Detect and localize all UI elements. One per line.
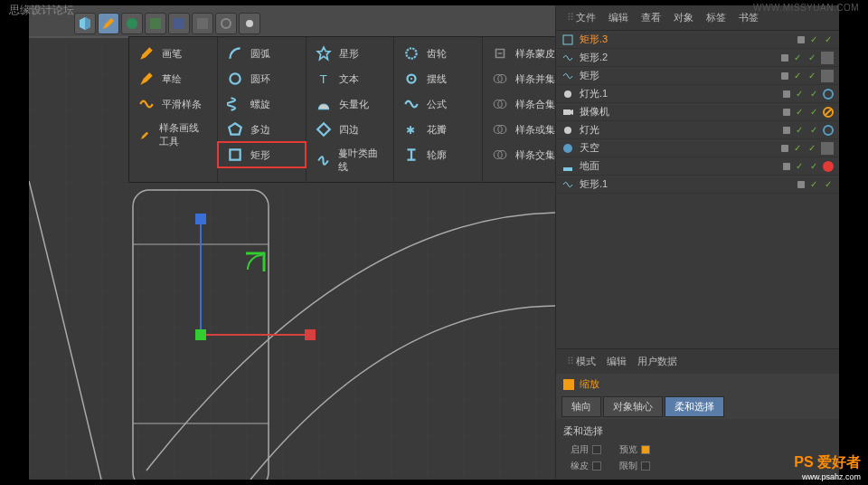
attr-tab-userdata[interactable]: 用户数据: [632, 353, 683, 370]
origin-handle[interactable]: [195, 329, 206, 340]
target-tag[interactable]: [823, 89, 834, 100]
camera-tool-button[interactable]: [215, 13, 237, 34]
dropdown-4side[interactable]: 四边: [307, 117, 394, 142]
profile-icon: [403, 147, 420, 163]
attr-field-limit[interactable]: 限制: [619, 460, 650, 472]
attr-field-enable[interactable]: 启用: [571, 443, 601, 456]
attr-tab-edit[interactable]: 编辑: [601, 353, 632, 370]
light-tool-button[interactable]: [239, 13, 260, 34]
obj-row-light[interactable]: 灯光✓✓: [556, 121, 839, 139]
obj-row-camera[interactable]: 摄像机✓✓: [556, 103, 839, 121]
checkbox[interactable]: [641, 445, 650, 454]
vectorize-icon: [316, 96, 332, 112]
obj-row-rect1[interactable]: 矩形.1✓✓: [556, 176, 839, 194]
dropdown-cog[interactable]: 齿轮: [394, 41, 482, 66]
spline-icon: [561, 52, 574, 64]
dropdown-smooth[interactable]: 平滑样条: [129, 91, 217, 117]
dropdown-sketch[interactable]: 草绘: [129, 66, 217, 91]
dropdown-star[interactable]: 星形: [307, 41, 394, 66]
obj-tab-tags[interactable]: 标签: [701, 9, 731, 26]
obj-row-sky[interactable]: 天空✓✓: [556, 139, 839, 157]
cissoid-icon: [316, 152, 331, 168]
obj-tab-object[interactable]: 对象: [668, 9, 699, 26]
dropdown-rectangle[interactable]: 矩形: [218, 142, 306, 167]
dropdown-cissoid[interactable]: 蔓叶类曲线: [307, 142, 394, 178]
dropdown-profile[interactable]: 轮廓: [394, 142, 482, 167]
dropdown-flower[interactable]: ✱花瓣: [394, 117, 482, 142]
checkbox[interactable]: [592, 445, 601, 454]
render-check[interactable]: ✓: [823, 34, 834, 45]
pen-tool-button[interactable]: [98, 13, 119, 34]
svg-point-28: [564, 127, 571, 134]
attr-field-rubber[interactable]: 橡皮: [571, 460, 601, 472]
enable-check[interactable]: ✓: [808, 34, 819, 45]
svg-marker-8: [229, 123, 241, 134]
material-tag[interactable]: [823, 161, 834, 172]
texture-tag[interactable]: [821, 70, 834, 82]
vis-dot[interactable]: [797, 36, 805, 43]
union-icon: [492, 71, 508, 87]
dropdown-circle[interactable]: 圆环: [218, 66, 306, 91]
svg-point-5: [246, 20, 253, 27]
dropdown-text[interactable]: T文本: [307, 66, 394, 91]
vis-dot[interactable]: [781, 54, 788, 62]
attr-tab-axis[interactable]: 轴向: [561, 396, 601, 417]
svg-rect-25: [563, 35, 572, 44]
spline-icon: [561, 178, 574, 191]
svg-point-4: [222, 19, 231, 28]
dropdown-ngon[interactable]: 多边: [218, 117, 306, 142]
dropdown-col-1: 画笔 草绘 平滑样条 样条画线工具: [129, 37, 218, 182]
object-manager-panel: ⠿文件 编辑 查看 对象 标签 书签 矩形.3✓✓ 矩形.2✓✓ 矩形✓✓ 灯光…: [555, 5, 839, 480]
camera-icon: [219, 16, 233, 31]
dropdown-formula[interactable]: 公式: [394, 91, 482, 117]
dropdown-arc[interactable]: 圆弧: [218, 41, 306, 66]
generator-icon: [148, 16, 163, 31]
obj-row-rect2[interactable]: 矩形.2✓✓: [556, 49, 839, 67]
attr-header: ⠿模式 编辑 用户数据: [556, 349, 839, 374]
svg-rect-3: [197, 18, 208, 29]
dropdown-spline-pen[interactable]: 样条画线工具: [129, 117, 217, 153]
deformer-tool-button[interactable]: [168, 13, 190, 34]
dropdown-vectorize[interactable]: 矢量化: [307, 91, 394, 117]
obj-tab-edit[interactable]: 编辑: [603, 9, 634, 26]
scene-tool-button[interactable]: [192, 13, 213, 34]
svg-rect-9: [230, 149, 240, 159]
attr-tab-softsel[interactable]: 柔和选择: [665, 396, 724, 417]
light-icon: [242, 16, 257, 31]
watermark-bottomright: PS 爱好者 www.psahz.com: [794, 453, 861, 481]
object-list[interactable]: 矩形.3✓✓ 矩形.2✓✓ 矩形✓✓ 灯光.1✓✓ 摄像机✓✓ 灯光✓✓ 天空✓…: [556, 31, 839, 348]
obj-row-light1[interactable]: 灯光.1✓✓: [556, 85, 839, 103]
cube-tool-button[interactable]: [74, 13, 96, 34]
dropdown-cycloid[interactable]: 摆线: [394, 66, 482, 91]
texture-tag[interactable]: [821, 52, 834, 64]
attr-title: 缩放: [556, 374, 839, 395]
sky-icon: [561, 142, 574, 155]
target-tag[interactable]: [823, 125, 834, 136]
nurbs-tool-button[interactable]: [121, 13, 143, 34]
attr-fields-row2: 橡皮 限制: [563, 458, 832, 474]
spline-icon: [561, 70, 574, 82]
watermark-topleft: 思缘设计论坛: [9, 3, 74, 18]
checkbox[interactable]: [592, 461, 601, 471]
texture-tag[interactable]: [821, 142, 834, 155]
attr-field-preview[interactable]: 预览: [619, 443, 650, 456]
pen-icon: [138, 45, 155, 62]
obj-row-rect[interactable]: 矩形✓✓: [556, 67, 839, 85]
dropdown-helix[interactable]: 螺旋: [218, 91, 306, 117]
y-handle[interactable]: [195, 214, 206, 224]
obj-row-rect3[interactable]: 矩形.3✓✓: [556, 31, 839, 49]
dropdown-freehand[interactable]: 画笔: [129, 41, 217, 66]
obj-row-floor[interactable]: 地面✓✓: [556, 157, 839, 176]
sketch-icon: [138, 71, 155, 87]
obj-tab-file[interactable]: ⠿文件: [561, 9, 601, 26]
scale-icon: [563, 379, 574, 390]
svg-point-15: [410, 78, 412, 80]
obj-tab-view[interactable]: 查看: [636, 9, 666, 26]
x-handle[interactable]: [305, 329, 316, 340]
protection-tag[interactable]: [823, 107, 834, 118]
attr-tab-objaxis[interactable]: 对象轴心: [603, 396, 663, 417]
generator-tool-button[interactable]: [145, 13, 166, 34]
attr-tab-mode[interactable]: ⠿模式: [561, 353, 601, 370]
checkbox[interactable]: [641, 461, 650, 471]
svg-point-13: [407, 48, 417, 58]
